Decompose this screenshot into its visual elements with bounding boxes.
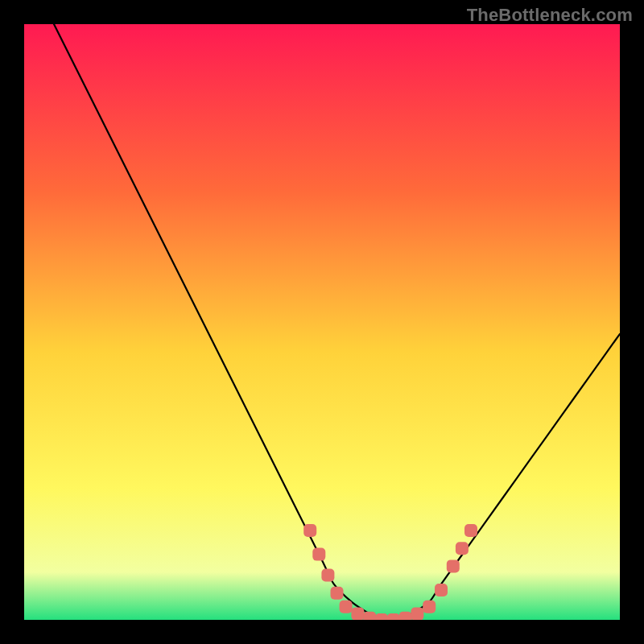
data-marker (399, 612, 412, 620)
plot-area (24, 24, 620, 620)
bottleneck-curve (24, 24, 620, 620)
data-marker (456, 542, 469, 555)
chart-svg (24, 24, 620, 620)
chart-container: TheBottleneck.com (0, 0, 644, 644)
data-marker (331, 587, 344, 600)
data-marker (423, 601, 436, 613)
data-marker (435, 584, 448, 597)
data-marker (321, 569, 334, 582)
data-marker (351, 608, 364, 620)
data-marker (375, 613, 388, 620)
data-marker (387, 613, 400, 620)
watermark: TheBottleneck.com (467, 5, 633, 26)
data-marker (447, 559, 460, 572)
data-marker (411, 608, 423, 620)
data-marker (312, 548, 325, 561)
data-marker (363, 612, 376, 620)
data-marker (464, 524, 477, 537)
data-markers (303, 524, 477, 620)
data-marker (340, 601, 353, 613)
data-marker (303, 524, 316, 537)
